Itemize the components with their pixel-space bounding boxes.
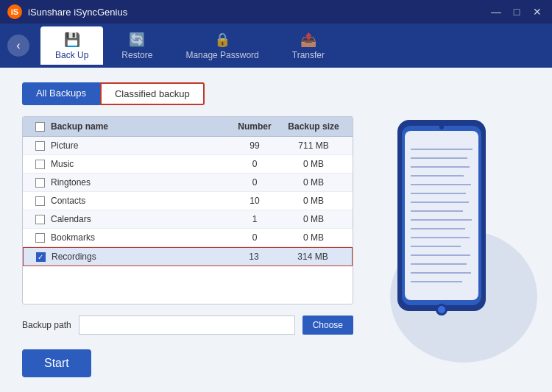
row-number: 99 xyxy=(229,140,280,151)
title-bar-left: iS iSunshare iSyncGenius xyxy=(7,4,127,19)
sub-tab-all-backups[interactable]: All Backups xyxy=(22,82,100,105)
checkbox-cell: ✓ xyxy=(29,252,52,262)
choose-button[interactable]: Choose xyxy=(302,316,353,335)
tab-restore[interactable]: 🔄 Restore xyxy=(107,26,167,65)
tab-transfer[interactable]: 📤 Transfer xyxy=(277,26,339,65)
row-size: 0 MB xyxy=(280,232,347,243)
bookmarks-checkbox[interactable] xyxy=(35,233,45,243)
title-bar-controls: — □ ✕ xyxy=(489,6,545,18)
app-title: iSunshare iSyncGenius xyxy=(28,7,127,18)
restore-icon: 🔄 xyxy=(129,32,145,48)
backup-path-label: Backup path xyxy=(22,320,71,330)
picture-checkbox[interactable] xyxy=(35,141,45,151)
backup-path-row: Backup path Choose xyxy=(22,316,353,335)
row-number: 0 xyxy=(229,177,280,188)
table-row[interactable]: Bookmarks 0 0 MB xyxy=(23,229,353,247)
maximize-button[interactable]: □ xyxy=(509,6,524,18)
checkbox-cell xyxy=(29,160,51,169)
row-size: 711 MB xyxy=(280,140,347,151)
sub-tab-classified-backup[interactable]: Classified backup xyxy=(100,82,205,105)
row-number: 0 xyxy=(229,159,280,169)
start-button[interactable]: Start xyxy=(22,349,91,377)
backup-icon: 💾 xyxy=(64,32,80,48)
sub-tabs: All Backups Classified backup xyxy=(22,82,353,105)
header-number: Number xyxy=(229,121,280,132)
row-name: Calendars xyxy=(51,214,229,224)
music-checkbox[interactable] xyxy=(35,160,45,169)
table-row[interactable]: Ringtones 0 0 MB xyxy=(23,174,353,192)
row-size: 0 MB xyxy=(280,196,347,206)
contacts-checkbox[interactable] xyxy=(35,196,45,206)
main-content: All Backups Classified backup Backup nam… xyxy=(0,68,552,392)
back-button[interactable]: ‹ xyxy=(7,35,29,57)
checkbox-cell xyxy=(29,141,51,151)
header-checkbox-cell xyxy=(29,121,51,132)
table-row[interactable]: Music 0 0 MB xyxy=(23,155,353,174)
tab-manage-password-label: Manage Password xyxy=(185,50,258,60)
row-name: Picture xyxy=(51,140,229,151)
checkbox-cell xyxy=(29,233,51,243)
table-row[interactable]: Calendars 1 0 MB xyxy=(23,210,353,229)
table-row[interactable]: Picture 99 711 MB xyxy=(23,137,353,155)
row-name: Contacts xyxy=(51,196,229,206)
select-all-checkbox[interactable] xyxy=(35,122,45,132)
row-size: 314 MB xyxy=(280,252,346,262)
backup-table: Backup name Number Backup size Picture 9… xyxy=(22,116,353,304)
tab-backup[interactable]: 💾 Back Up xyxy=(40,26,103,65)
recordings-checkbox[interactable]: ✓ xyxy=(36,252,46,262)
phone-illustration xyxy=(383,113,515,348)
lock-icon: 🔒 xyxy=(214,32,230,48)
row-number: 1 xyxy=(229,214,280,224)
tab-restore-label: Restore xyxy=(121,50,152,60)
row-name: Bookmarks xyxy=(51,232,229,243)
ringtones-checkbox[interactable] xyxy=(35,178,45,188)
tab-manage-password[interactable]: 🔒 Manage Password xyxy=(171,26,273,65)
close-button[interactable]: ✕ xyxy=(530,6,545,18)
right-panel xyxy=(368,82,530,377)
row-number: 10 xyxy=(229,196,280,206)
nav-tabs: 💾 Back Up 🔄 Restore 🔒 Manage Password 📤 … xyxy=(40,26,545,65)
minimize-button[interactable]: — xyxy=(489,6,503,18)
svg-rect-2 xyxy=(405,131,478,300)
row-size: 0 MB xyxy=(280,177,347,188)
checkbox-cell xyxy=(29,178,51,188)
table-row[interactable]: ✓ Recordings 13 314 MB xyxy=(23,247,353,266)
table-header: Backup name Number Backup size xyxy=(23,117,353,137)
svg-point-21 xyxy=(439,125,444,129)
tab-transfer-label: Transfer xyxy=(292,50,325,60)
calendars-checkbox[interactable] xyxy=(35,215,45,224)
checkbox-cell xyxy=(29,215,51,224)
row-name: Ringtones xyxy=(51,177,229,188)
nav-bar: ‹ 💾 Back Up 🔄 Restore 🔒 Manage Password … xyxy=(0,24,552,68)
title-bar: iS iSunshare iSyncGenius — □ ✕ xyxy=(0,0,552,24)
table-row[interactable]: Contacts 10 0 MB xyxy=(23,192,353,210)
phone-svg xyxy=(383,113,500,326)
row-name: Music xyxy=(51,159,229,169)
svg-point-20 xyxy=(438,306,445,313)
header-backup-size: Backup size xyxy=(280,121,347,132)
checkbox-cell xyxy=(29,196,51,206)
row-number: 0 xyxy=(229,232,280,243)
header-backup-name: Backup name xyxy=(51,121,229,132)
row-size: 0 MB xyxy=(280,214,347,224)
row-name: Recordings xyxy=(52,252,228,262)
app-icon: iS xyxy=(7,4,22,19)
tab-backup-label: Back Up xyxy=(55,50,88,60)
backup-path-input[interactable] xyxy=(79,316,295,335)
row-size: 0 MB xyxy=(280,159,347,169)
transfer-icon: 📤 xyxy=(300,32,316,48)
left-panel: All Backups Classified backup Backup nam… xyxy=(22,82,353,377)
row-number: 13 xyxy=(228,252,280,262)
